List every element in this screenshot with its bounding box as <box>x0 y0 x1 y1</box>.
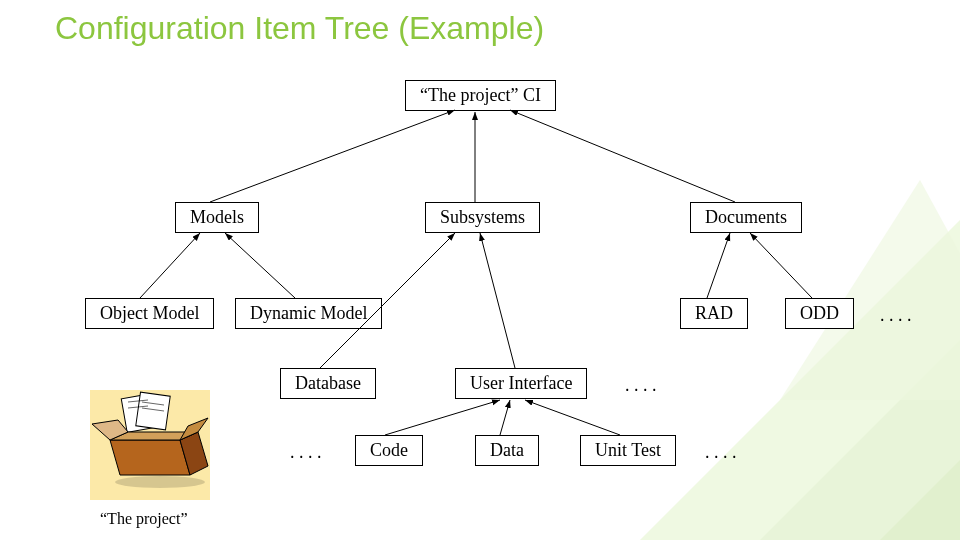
svg-line-21 <box>225 233 295 298</box>
dots-subsystems-more: . . . . <box>625 375 657 396</box>
svg-line-20 <box>140 233 200 298</box>
node-root: “The project” CI <box>405 80 556 111</box>
svg-marker-3 <box>780 180 960 400</box>
svg-line-23 <box>750 233 812 298</box>
svg-line-22 <box>707 233 730 298</box>
open-box-icon <box>90 390 210 500</box>
svg-marker-0 <box>520 140 960 540</box>
node-models: Models <box>175 202 259 233</box>
node-code: Code <box>355 435 423 466</box>
svg-line-17 <box>210 110 455 202</box>
svg-line-27 <box>500 400 510 435</box>
svg-marker-11 <box>110 440 190 475</box>
dots-pre-code: . . . . <box>290 442 322 463</box>
svg-line-19 <box>510 110 735 202</box>
svg-line-25 <box>480 233 515 368</box>
node-rad: RAD <box>680 298 748 329</box>
box-caption: “The project” <box>100 510 188 528</box>
node-user-interface: User Interface <box>455 368 587 399</box>
svg-line-28 <box>525 400 620 435</box>
svg-line-26 <box>385 400 500 435</box>
svg-point-16 <box>115 476 205 488</box>
svg-rect-6 <box>136 392 170 430</box>
node-database: Database <box>280 368 376 399</box>
node-data: Data <box>475 435 539 466</box>
node-documents: Documents <box>690 202 802 233</box>
decorative-triangles <box>520 140 960 540</box>
dots-documents-more: . . . . <box>880 305 912 326</box>
dots-post-unit-test: . . . . <box>705 442 737 463</box>
node-dynamic-model: Dynamic Model <box>235 298 382 329</box>
node-odd: ODD <box>785 298 854 329</box>
svg-marker-2 <box>760 380 960 540</box>
node-unit-test: Unit Test <box>580 435 676 466</box>
slide-title: Configuration Item Tree (Example) <box>55 10 544 47</box>
node-subsystems: Subsystems <box>425 202 540 233</box>
node-object-model: Object Model <box>85 298 214 329</box>
